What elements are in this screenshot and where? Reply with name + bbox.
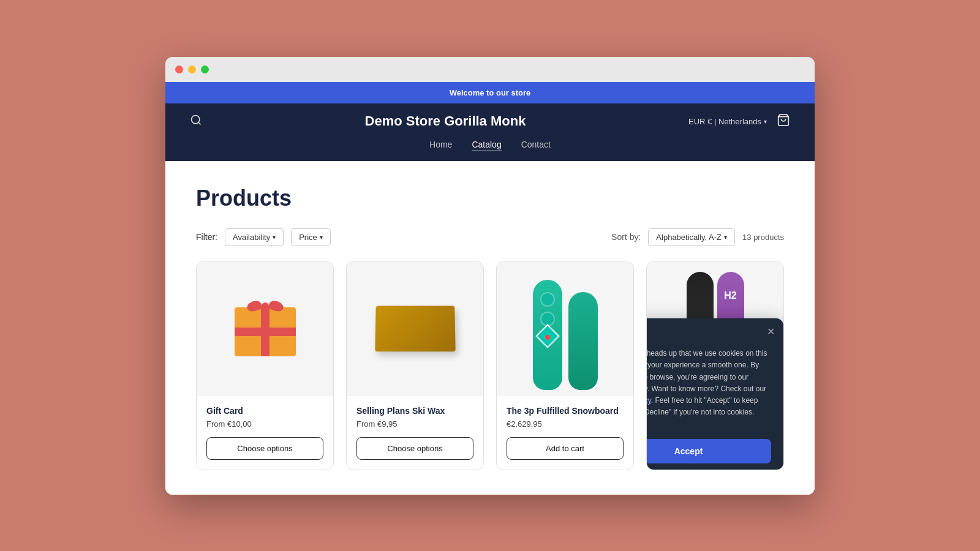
chevron-down-icon: ▾ [724, 234, 727, 241]
price-filter[interactable]: Price ▾ [291, 228, 331, 246]
search-icon[interactable] [190, 114, 202, 129]
product-price: From €9,95 [356, 419, 473, 429]
filter-bar: Filter: Availability ▾ Price ▾ Sort by: … [196, 228, 784, 246]
main-content: Products Filter: Availability ▾ Price ▾ … [165, 161, 815, 495]
filter-label: Filter: [196, 232, 217, 242]
product-price: €2.629,95 [507, 419, 624, 429]
nav-home[interactable]: Home [429, 140, 452, 151]
snowboard-logo: H2 [724, 290, 736, 301]
wax-bar-image [375, 306, 455, 352]
choose-options-button-gift-card[interactable]: Choose options [206, 437, 323, 460]
availability-filter[interactable]: Availability ▾ [225, 228, 284, 246]
currency-label: EUR € | Netherlands [688, 117, 761, 126]
browser-window: Welcome to our store Demo Store Gorilla … [165, 57, 815, 495]
browser-chrome [165, 57, 815, 82]
product-info-ski-wax: Selling Plans Ski Wax From €9,95 Choose … [347, 396, 483, 470]
cookie-accept-button[interactable]: Accept [646, 439, 771, 463]
product-name: The 3p Fulfilled Snowboard [507, 406, 624, 416]
add-to-cart-button-snowboard[interactable]: Add to cart [507, 437, 624, 460]
choose-options-button-ski-wax[interactable]: Choose options [356, 437, 473, 460]
product-info-snowboard: The 3p Fulfilled Snowboard €2.629,95 Add… [497, 396, 633, 470]
traffic-light-red[interactable] [175, 66, 183, 73]
privacy-policy-link[interactable]: Privacy Policy [646, 396, 651, 405]
chevron-down-icon: ▾ [320, 234, 323, 241]
cookie-close-button[interactable]: ✕ [767, 326, 775, 337]
product-name: Selling Plans Ski Wax [356, 406, 473, 416]
sort-right: Sort by: Alphabetically, A-Z ▾ 13 produc… [611, 228, 784, 246]
product-info-gift-card: Gift Card From €10,00 Choose options [197, 396, 333, 470]
page-title: Products [196, 186, 784, 211]
cookie-popup: ✕ 🍪 Hey! Just a quick heads up that we u… [646, 318, 783, 470]
product-image-ski-wax [347, 261, 483, 396]
product-card-gift-card: Gift Card From €10,00 Choose options [196, 261, 334, 470]
chevron-down-icon: ▾ [764, 118, 767, 125]
cookie-body: Just a quick heads up that we use cookie… [646, 348, 771, 430]
filter-left: Filter: Availability ▾ Price ▾ [196, 228, 331, 246]
products-count: 13 products [742, 233, 784, 242]
product-card-snowboard: The 3p Fulfilled Snowboard €2.629,95 Add… [496, 261, 634, 470]
snowboard-image [533, 268, 598, 390]
product-card-ski-wax: Selling Plans Ski Wax From €9,95 Choose … [346, 261, 484, 470]
nav-catalog[interactable]: Catalog [472, 140, 501, 151]
product-card-snowboard-pro: H2 Snowboard Pro ✕ 🍪 Hey! [646, 261, 784, 470]
svg-point-0 [192, 115, 200, 123]
product-name: Gift Card [206, 406, 323, 416]
nav-contact[interactable]: Contact [521, 140, 551, 151]
announcement-text: Welcome to our store [450, 88, 531, 97]
announcement-bar: Welcome to our store [165, 82, 815, 103]
teal-snowboard [533, 280, 562, 390]
products-grid: Gift Card From €10,00 Choose options Sel… [196, 261, 784, 470]
product-image-gift-card [197, 261, 333, 396]
header-top: Demo Store Gorilla Monk EUR € | Netherla… [190, 113, 790, 130]
site-header: Demo Store Gorilla Monk EUR € | Netherla… [165, 103, 815, 161]
teal-snowboard-2 [568, 292, 598, 390]
cart-icon[interactable] [777, 113, 790, 130]
sort-selector[interactable]: Alphabetically, A-Z ▾ [648, 228, 735, 246]
chevron-down-icon: ▾ [273, 234, 276, 241]
product-price: From €10,00 [206, 419, 323, 429]
store-site: Welcome to our store Demo Store Gorilla … [165, 82, 815, 495]
store-logo: Demo Store Gorilla Monk [202, 113, 688, 129]
sort-label: Sort by: [611, 232, 641, 242]
header-right: EUR € | Netherlands ▾ [688, 113, 790, 130]
traffic-light-yellow[interactable] [188, 66, 196, 73]
main-nav: Home Catalog Contact [190, 140, 790, 151]
product-image-snowboard [497, 261, 633, 396]
cookie-title: 🍪 Hey! [646, 331, 771, 342]
traffic-light-green[interactable] [201, 66, 209, 73]
currency-selector[interactable]: EUR € | Netherlands ▾ [688, 117, 767, 126]
